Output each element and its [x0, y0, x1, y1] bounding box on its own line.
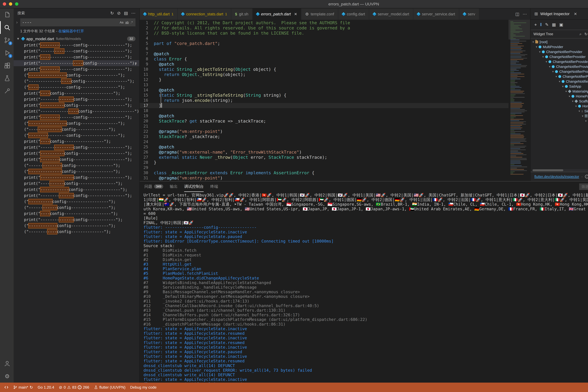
code-line[interactable]: 6: [140, 46, 508, 51]
widget-tree-node[interactable]: ▾Padding: [530, 124, 588, 128]
code-line[interactable]: 23 StackTrace? _stackTrace;: [140, 134, 508, 139]
search-result-row[interactable]: ("----------------config----------------…: [14, 120, 139, 126]
search-result-row[interactable]: print("--------------config-------------…: [14, 54, 139, 60]
line-number[interactable]: 8: [140, 56, 154, 62]
search-result-row[interactable]: ("------------config--------------");: [14, 229, 139, 235]
code-line[interactable]: 31 @pragma("vm:entry-point"): [140, 176, 508, 180]
account-icon[interactable]: [0, 357, 14, 370]
line-number[interactable]: 22: [140, 129, 154, 134]
tab-debug-console[interactable]: 调试控制台: [184, 182, 204, 192]
code-line[interactable]: 10 static String _objectToString(Object …: [140, 67, 508, 72]
expand-chevron-icon[interactable]: ▾: [562, 85, 564, 88]
editor-tab[interactable]: http_util.dart1: [140, 8, 178, 20]
line-number[interactable]: 31: [140, 176, 154, 180]
search-result-row[interactable]: ("------------config----------------");: [14, 204, 139, 210]
line-number[interactable]: 14: [140, 88, 154, 93]
refresh-search-icon[interactable]: ↻: [110, 11, 114, 16]
widget-tree-node[interactable]: ▾Container: [530, 153, 588, 158]
line-number[interactable]: 17: [140, 103, 154, 108]
line-number[interactable]: 3: [140, 30, 154, 36]
remote-indicator[interactable]: [2, 382, 11, 392]
code-line[interactable]: 3// BSD-style license that can be found …: [140, 30, 508, 36]
search-result-row[interactable]: ("--------------config--------------");: [14, 126, 139, 132]
editor-tab[interactable]: server_model.dart: [369, 8, 413, 20]
code-line[interactable]: 4: [140, 36, 508, 41]
widget-tree-node[interactable]: ▾Expanded: [530, 143, 588, 148]
search-result-row[interactable]: print("--------------config-------------…: [14, 96, 139, 102]
search-result-row[interactable]: ("--------------config----------------")…: [14, 168, 139, 174]
search-result-row[interactable]: ("----------------config----------------…: [14, 72, 139, 78]
problems-item[interactable]: ⊘0 ⚠83 i266: [56, 382, 92, 392]
expand-chevron-icon[interactable]: ▾: [546, 60, 547, 63]
close-window-icon[interactable]: [3, 2, 6, 6]
widget-tree-node[interactable]: ▾[root]: [530, 40, 588, 44]
tab-output[interactable]: 输出: [170, 182, 178, 192]
editor-tab[interactable]: serv: [459, 8, 480, 20]
search-result-row[interactable]: ("--------------config----------------")…: [14, 162, 139, 168]
line-number[interactable]: 20: [140, 118, 154, 124]
code-line[interactable]: 12 }: [140, 77, 508, 82]
widget-tree-node[interactable]: ▾ChangeNotifierProvider: [530, 59, 588, 64]
editor-more-actions-icon[interactable]: ⋯: [522, 12, 527, 16]
line-number[interactable]: 6: [140, 46, 154, 51]
search-result-row[interactable]: print("--------------config-------------…: [14, 174, 139, 180]
console-filter-input[interactable]: [579, 184, 588, 190]
widget-tree-node[interactable]: ▾Scaffold: [530, 99, 588, 104]
editor-tab[interactable]: connection_stats.dart1: [178, 8, 231, 20]
code-line[interactable]: 7@patch: [140, 51, 508, 56]
code-line[interactable]: 20 StackTrace? get stackTrace => _stackT…: [140, 118, 508, 124]
tools-icon[interactable]: [0, 85, 14, 97]
line-number[interactable]: 13: [140, 82, 154, 88]
expand-chevron-icon[interactable]: ▾: [582, 114, 583, 118]
code-line[interactable]: 29: [140, 165, 508, 170]
expand-chevron-icon[interactable]: ▾: [539, 50, 540, 54]
widget-tree-node[interactable]: ▾ChangeNotifierProvider: [530, 69, 588, 74]
search-result-row[interactable]: print("--------config-------------------…: [14, 156, 139, 162]
pause-icon[interactable]: ‖: [540, 22, 542, 27]
expand-chevron-icon[interactable]: ▾: [569, 95, 570, 98]
editor-tab[interactable]: server_service.dart: [413, 8, 459, 20]
code-line[interactable]: 15 static String _stringToSafeString(Str…: [140, 93, 508, 98]
debug-console-output[interactable]: UrlTest = url-test, 官网buy361.vip🚀🚀, 中转2|…: [140, 192, 588, 382]
line-number[interactable]: 19: [140, 113, 154, 118]
expand-chevron-icon[interactable]: ▾: [559, 80, 560, 83]
tab-problems[interactable]: 问题 349: [144, 182, 163, 192]
clear-search-results-icon[interactable]: ⊘: [117, 11, 121, 16]
open-in-editor-link[interactable]: 在编辑器中打开: [58, 29, 84, 33]
code-line[interactable]: 13: [140, 82, 508, 88]
editor-tab[interactable]: errors_patch.dart✕: [252, 8, 302, 20]
tab-terminal[interactable]: 终端: [210, 182, 218, 192]
code-line[interactable]: 1// Copyright (c) 2012, the Dart project…: [140, 20, 508, 26]
search-result-row[interactable]: ("----------config------------------");: [14, 198, 139, 204]
search-result-row[interactable]: print("----config-----------------");: [14, 138, 139, 144]
search-result-row[interactable]: print("----------config-----------------…: [14, 102, 139, 108]
line-number[interactable]: 25: [140, 144, 154, 150]
line-number[interactable]: 1: [140, 20, 154, 26]
select-widget-mode-icon[interactable]: ⌖: [534, 22, 537, 27]
line-number[interactable]: 9: [140, 62, 154, 67]
widget-tree-node[interactable]: ▾Container: [530, 118, 588, 124]
settings-gear-icon[interactable]: ⚙: [0, 370, 14, 382]
search-result-row[interactable]: print("----------config-----------------…: [14, 150, 139, 156]
git-branch-item[interactable]: main* ↻: [11, 382, 35, 392]
tree-horizontal-scrollbar[interactable]: [532, 169, 588, 171]
search-result-row[interactable]: print("--------------config-------------…: [14, 66, 139, 72]
expand-chevron-icon[interactable]: ▾: [566, 90, 567, 93]
search-result-row[interactable]: print("--------------config-------------…: [14, 42, 139, 48]
widget-tree-node[interactable]: ▾Container: [530, 133, 588, 138]
line-number[interactable]: 7: [140, 51, 154, 56]
search-result-row[interactable]: print("--------------config-------------…: [14, 48, 139, 54]
code-editor[interactable]: 1// Copyright (c) 2012, the Dart project…: [140, 20, 530, 181]
code-line[interactable]: 24: [140, 139, 508, 144]
line-number[interactable]: 27: [140, 155, 154, 160]
line-number[interactable]: 29: [140, 165, 154, 170]
code-line[interactable]: 14 @patch: [140, 88, 508, 93]
editor-tab[interactable]: config.dart: [338, 8, 369, 20]
line-number[interactable]: 26: [140, 150, 154, 155]
widget-tree-node[interactable]: ▾Column: [530, 148, 588, 153]
widget-tree-node[interactable]: ▾Column: [530, 128, 588, 133]
widget-tree-node[interactable]: ▾↕SingleChildScrollView: [530, 109, 588, 114]
widget-tree-node[interactable]: ▾ChangeNotifierProvider: [530, 54, 588, 59]
code-line[interactable]: 26 @pragma("vm:external-name", "Error_th…: [140, 150, 508, 155]
code-line[interactable]: 8class Error {: [140, 56, 508, 62]
